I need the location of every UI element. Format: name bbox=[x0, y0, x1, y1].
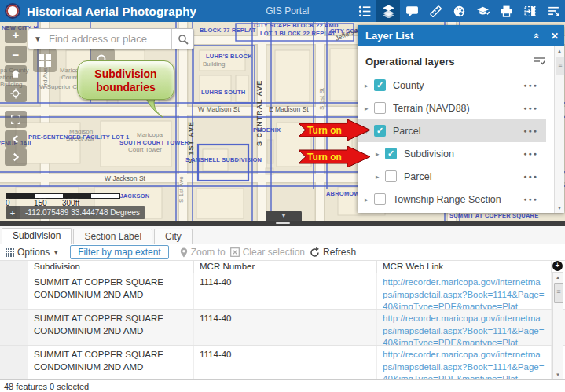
options-menu-button[interactable]: Options ▼ bbox=[6, 247, 59, 258]
layers-icon bbox=[382, 5, 395, 18]
speech-bubble-icon bbox=[405, 5, 419, 18]
previous-extent-button[interactable] bbox=[5, 130, 27, 148]
scroll-down-icon[interactable]: ▼ bbox=[553, 370, 563, 379]
svg-text:PRE-SENTENCED FACILITY LOT 1: PRE-SENTENCED FACILITY LOT 1 bbox=[28, 134, 129, 141]
tab-city[interactable]: City bbox=[154, 229, 193, 244]
zoom-out-button[interactable]: − bbox=[5, 46, 27, 63]
map-pin-icon bbox=[180, 247, 188, 258]
scrollbar-thumb[interactable] bbox=[556, 57, 565, 75]
layer-item-township[interactable]: ▸ Township Range Section ●●● bbox=[358, 188, 546, 211]
table-row[interactable]: SUMMIT AT COPPER SQUARE CONDOMINIUM 2ND … bbox=[0, 273, 565, 310]
parcel-checkbox[interactable] bbox=[385, 170, 397, 182]
zoom-to-button[interactable]: Zoom to bbox=[180, 247, 226, 258]
svg-text:Turn on: Turn on bbox=[307, 152, 342, 163]
layer-list-tool-button[interactable] bbox=[376, 0, 400, 22]
layer-item-parcel-group[interactable]: ▾ ✓ Parcel ●●● bbox=[358, 119, 546, 142]
expand-caret-icon[interactable]: ▸ bbox=[376, 173, 385, 181]
tab-subdivision[interactable]: Subdivision bbox=[2, 228, 72, 244]
measure-tool-button[interactable] bbox=[424, 0, 447, 22]
address-search-box: ▼ bbox=[28, 28, 194, 49]
scroll-down-icon[interactable]: ▼ bbox=[555, 203, 564, 213]
more-tools-button[interactable] bbox=[541, 0, 565, 22]
subdivision-checkbox[interactable]: ✓ bbox=[385, 148, 397, 159]
full-extent-button[interactable] bbox=[5, 111, 27, 128]
layer-menu-icon[interactable]: ●●● bbox=[523, 128, 538, 134]
table-row[interactable]: SUMMIT AT COPPER SQUARE CONDOMINIUM 2ND … bbox=[0, 346, 565, 382]
row-selector[interactable] bbox=[0, 346, 28, 381]
scroll-up-icon[interactable]: ▲ bbox=[555, 46, 564, 56]
refresh-icon bbox=[310, 247, 320, 258]
layer-options-icon[interactable] bbox=[533, 57, 545, 67]
print-tool-button[interactable] bbox=[494, 0, 518, 22]
search-source-dropdown[interactable]: ▼ bbox=[28, 35, 47, 43]
attribute-table-tool-button[interactable] bbox=[518, 0, 541, 22]
refresh-button[interactable]: Refresh bbox=[310, 247, 356, 258]
graduation-cap-check-icon bbox=[476, 5, 490, 18]
my-location-button[interactable] bbox=[5, 85, 27, 102]
open-panel-icon bbox=[523, 5, 537, 18]
palette-icon bbox=[453, 5, 466, 18]
county-checkbox[interactable]: ✓ bbox=[374, 79, 386, 91]
svg-text:S 1st St: S 1st St bbox=[318, 87, 325, 110]
layer-menu-icon[interactable]: ●●● bbox=[523, 196, 538, 202]
filter-by-map-extent-button[interactable]: Filter by map extent bbox=[70, 245, 168, 259]
parcel-group-checkbox[interactable]: ✓ bbox=[374, 125, 386, 137]
expand-caret-icon[interactable]: ▸ bbox=[365, 82, 374, 90]
table-scrollbar[interactable]: ▲ ▼ bbox=[552, 272, 563, 380]
layer-menu-icon[interactable]: ●●● bbox=[523, 82, 538, 88]
collapse-panel-icon[interactable]: « bbox=[531, 27, 543, 45]
popup-tool-button[interactable] bbox=[400, 0, 424, 22]
column-subdivision[interactable]: Subdivision bbox=[28, 261, 194, 273]
row-selector[interactable] bbox=[0, 310, 28, 345]
screening-tool-button[interactable] bbox=[471, 0, 494, 22]
clear-selection-button[interactable]: Clear selection bbox=[230, 247, 305, 258]
township-checkbox[interactable] bbox=[374, 193, 386, 205]
home-button[interactable] bbox=[5, 65, 27, 82]
mcr-web-link[interactable]: http://recorder.maricopa.gov/internetmap… bbox=[377, 273, 552, 309]
coordinate-crosshair-icon[interactable]: + bbox=[6, 206, 20, 219]
column-mcr-number[interactable]: MCR Number bbox=[194, 261, 377, 273]
gis-portal-link[interactable]: GIS Portal bbox=[266, 5, 309, 16]
svg-text:Building: Building bbox=[203, 60, 225, 68]
svg-text:Court Tower: Court Tower bbox=[128, 146, 162, 153]
tab-section-label[interactable]: Section Label bbox=[73, 229, 152, 244]
attribute-table-top-bar[interactable] bbox=[0, 221, 565, 226]
mcr-web-link[interactable]: http://recorder.maricopa.gov/internetmap… bbox=[377, 310, 552, 345]
scroll-up-icon[interactable]: ▲ bbox=[553, 273, 563, 282]
svg-text:CITY SCAPE BLOCK 22 AMD: CITY SCAPE BLOCK 22 AMD bbox=[254, 22, 339, 29]
layer-item-parcel[interactable]: ▸ Parcel ●●● bbox=[358, 165, 546, 188]
mcr-web-link[interactable]: http://recorder.maricopa.gov/internetmap… bbox=[377, 346, 552, 381]
search-button[interactable] bbox=[171, 29, 193, 49]
layer-list-body: Operational layers ▸ ✓ County ●●● ▸ Terr… bbox=[358, 46, 564, 213]
layer-item-subdivision[interactable]: ▸ ✓ Subdivision ●●● bbox=[358, 142, 546, 165]
layer-list-scrollbar[interactable]: ▲ ▼ bbox=[554, 46, 564, 213]
scrollbar-thumb[interactable] bbox=[554, 283, 563, 303]
subdivision-boundaries-callout: Subdivision boundaries bbox=[77, 60, 174, 100]
layer-menu-icon[interactable]: ●●● bbox=[523, 105, 538, 111]
svg-text:SOUTH COURT TOWER: SOUTH COURT TOWER bbox=[119, 139, 189, 146]
layer-menu-icon[interactable]: ●●● bbox=[523, 151, 538, 156]
layer-menu-icon[interactable]: ●●● bbox=[523, 174, 538, 179]
header-toolbar bbox=[353, 0, 565, 22]
attribute-table-collapse-tab[interactable]: ▼ bbox=[266, 211, 302, 221]
draw-tool-button[interactable] bbox=[447, 0, 471, 22]
column-mcr-web-link[interactable]: MCR Web Link bbox=[377, 261, 552, 273]
layer-item-terrain[interactable]: ▸ Terrain (NAVD88) ●●● bbox=[358, 97, 546, 119]
expand-caret-icon[interactable]: ▸ bbox=[376, 150, 385, 158]
table-row[interactable]: SUMMIT AT COPPER SQUARE CONDOMINIUM 2ND … bbox=[0, 310, 565, 346]
row-selector-header bbox=[0, 261, 28, 273]
layer-item-county[interactable]: ▸ ✓ County ●●● bbox=[358, 74, 546, 97]
zoom-in-button[interactable]: + bbox=[5, 26, 27, 43]
operational-layers-title: Operational layers bbox=[365, 56, 533, 68]
expand-caret-icon[interactable]: ▸ bbox=[365, 196, 374, 203]
legend-tool-button[interactable] bbox=[353, 0, 376, 22]
callout-tail bbox=[141, 98, 168, 122]
close-panel-icon[interactable]: ✕ bbox=[545, 31, 564, 42]
search-input[interactable] bbox=[47, 32, 171, 46]
expand-caret-icon[interactable]: ▸ bbox=[365, 104, 374, 112]
row-selector[interactable] bbox=[0, 273, 28, 309]
next-extent-button[interactable] bbox=[5, 148, 27, 166]
column-options-icon[interactable]: + bbox=[552, 261, 563, 271]
terrain-checkbox[interactable] bbox=[374, 102, 386, 114]
table-header-row: Subdivision MCR Number MCR Web Link + bbox=[0, 260, 565, 273]
